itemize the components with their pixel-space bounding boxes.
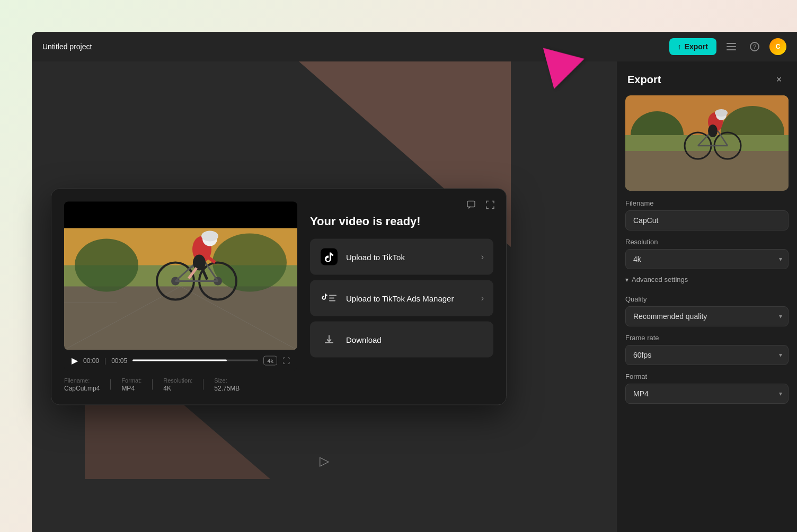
cyclist-scene xyxy=(64,202,297,350)
editor-play-button[interactable]: ▷ xyxy=(320,454,329,468)
help-icon[interactable]: ? xyxy=(746,38,763,55)
svg-rect-33 xyxy=(329,298,334,299)
file-info: Filename: CapCut.mp4 Format: MP4 Resolut… xyxy=(64,371,297,392)
actions-panel: Your video is ready! Upload to TikTok › xyxy=(310,202,493,392)
resolution-field-label: Resolution xyxy=(625,238,789,246)
quality-badge: 4k xyxy=(263,356,277,365)
filename-field-label: Filename xyxy=(625,199,789,207)
download-button[interactable]: Download xyxy=(310,322,493,358)
sidebar-cyclist-scene xyxy=(625,95,789,191)
size-value: 52.75MB xyxy=(214,385,240,392)
svg-rect-9 xyxy=(64,287,297,350)
export-panel-title: Export xyxy=(627,74,661,86)
tiktok-ads-icon xyxy=(320,289,339,308)
advanced-form: Quality Recommended quality Better quali… xyxy=(617,295,797,404)
quality-select[interactable]: Recommended quality Better quality Best … xyxy=(625,306,789,326)
cursor-decoration xyxy=(548,42,585,85)
tiktok-chevron-icon: › xyxy=(481,252,484,262)
app-window: Untitled project ↑ Export ? C xyxy=(32,32,797,532)
framerate-field-label: Frame rate xyxy=(625,334,789,342)
export-form: Filename Resolution 4k 2k 1080p 720p ▾ xyxy=(617,199,797,269)
quality-field-label: Quality xyxy=(625,295,789,303)
progress-fill xyxy=(132,360,227,361)
project-title: Untitled project xyxy=(42,42,92,51)
svg-rect-1 xyxy=(727,46,736,47)
quality-select-wrapper: Recommended quality Better quality Best … xyxy=(625,306,789,326)
video-ready-modal: ▶ 00:00 | 00:05 4k ⛶ Filename: xyxy=(51,189,507,405)
menu-icon[interactable] xyxy=(723,38,740,55)
format-field-label: Format xyxy=(625,373,789,380)
progress-bar[interactable] xyxy=(132,360,258,361)
export-button[interactable]: ↑ Export xyxy=(669,38,716,55)
download-label: Download xyxy=(346,335,484,344)
header-bar: Untitled project ↑ Export ? C xyxy=(32,32,797,61)
framerate-select-wrapper: 60fps 30fps 24fps ▾ xyxy=(625,345,789,365)
format-label: Format: xyxy=(121,377,141,384)
file-info-format: Format: MP4 xyxy=(121,377,141,392)
divider-1 xyxy=(110,379,111,390)
fullscreen-button[interactable]: ⛶ xyxy=(282,356,290,365)
svg-rect-49 xyxy=(625,95,789,191)
tiktok-icon xyxy=(320,247,339,267)
header-actions: ↑ Export ? C xyxy=(669,38,786,55)
file-info-resolution: Resolution: 4K xyxy=(163,377,192,392)
divider-3 xyxy=(203,379,203,390)
export-header: Export × xyxy=(617,61,797,95)
svg-point-24 xyxy=(201,231,218,242)
format-value: MP4 xyxy=(121,385,141,392)
framerate-select[interactable]: 60fps 30fps 24fps xyxy=(625,345,789,365)
svg-rect-6 xyxy=(64,202,297,228)
current-time: 00:00 xyxy=(83,357,99,364)
format-select-wrapper: MP4 MOV GIF ▾ xyxy=(625,384,789,404)
advanced-chevron-icon: ▾ xyxy=(625,276,628,283)
video-ready-title: Your video is ready! xyxy=(310,215,493,228)
filename-value: CapCut.mp4 xyxy=(64,385,100,392)
size-label: Size: xyxy=(214,377,240,384)
upload-tiktok-label: Upload to TikTok xyxy=(346,252,474,261)
total-time: 00:05 xyxy=(111,357,127,364)
video-controls: ▶ 00:00 | 00:05 4k ⛶ xyxy=(64,350,297,371)
upload-ads-button[interactable]: Upload to TikTok Ads Manager › xyxy=(310,280,493,316)
ads-chevron-icon: › xyxy=(481,294,484,303)
close-icon: × xyxy=(776,74,782,85)
resolution-select-wrapper: 4k 2k 1080p 720p ▾ xyxy=(625,249,789,269)
divider-2 xyxy=(152,379,153,390)
sidebar-thumbnail xyxy=(625,95,789,191)
format-select[interactable]: MP4 MOV GIF xyxy=(625,384,789,404)
export-sidebar: Export × xyxy=(617,61,797,532)
editor-area: ▷ xyxy=(32,61,617,532)
cursor-arrow-icon xyxy=(543,38,590,88)
svg-rect-0 xyxy=(727,43,736,44)
resolution-label: Resolution: xyxy=(163,377,192,384)
close-export-button[interactable]: × xyxy=(772,72,786,87)
video-preview-container: ▶ 00:00 | 00:05 4k ⛶ Filename: xyxy=(64,202,297,392)
file-info-size: Size: 52.75MB xyxy=(214,377,240,392)
resolution-select[interactable]: 4k 2k 1080p 720p xyxy=(625,249,789,269)
filename-input[interactable] xyxy=(625,210,789,230)
avatar-initial: C xyxy=(776,43,781,50)
svg-rect-2 xyxy=(727,49,736,50)
export-upload-icon: ↑ xyxy=(678,42,681,51)
file-info-filename: Filename: CapCut.mp4 xyxy=(64,377,100,392)
filename-label: Filename: xyxy=(64,377,100,384)
avatar[interactable]: C xyxy=(769,38,786,55)
play-button[interactable]: ▶ xyxy=(72,356,78,366)
svg-rect-34 xyxy=(329,300,335,302)
upload-tiktok-button[interactable]: Upload to TikTok › xyxy=(310,239,493,275)
svg-rect-32 xyxy=(329,295,336,296)
upload-ads-label: Upload to TikTok Ads Manager xyxy=(346,294,474,303)
advanced-settings-label: Advanced settings xyxy=(632,276,688,283)
advanced-settings-toggle[interactable]: ▾ Advanced settings xyxy=(617,269,797,288)
resolution-value: 4K xyxy=(163,385,192,392)
svg-point-12 xyxy=(75,239,138,292)
download-icon xyxy=(320,330,339,349)
video-preview xyxy=(64,202,297,350)
export-button-label: Export xyxy=(685,42,708,51)
svg-text:?: ? xyxy=(753,43,756,50)
main-content: ▷ xyxy=(32,61,797,532)
